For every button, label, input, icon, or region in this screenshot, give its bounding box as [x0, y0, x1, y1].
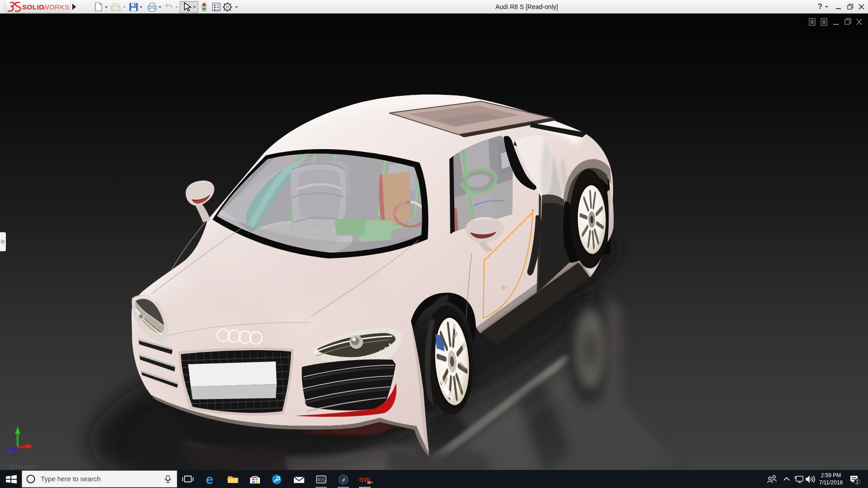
svg-text:C:\_: C:\_ [318, 478, 326, 482]
svg-text:e: e [206, 472, 213, 487]
svg-text:WORKS: WORKS [42, 3, 70, 11]
svg-text:*Dimetric: *Dimetric [8, 463, 38, 470]
svg-text:SOLID: SOLID [22, 3, 44, 11]
svg-text:?: ? [818, 3, 822, 10]
svg-text:2: 2 [856, 479, 859, 484]
svg-text:2017: 2017 [368, 481, 373, 484]
